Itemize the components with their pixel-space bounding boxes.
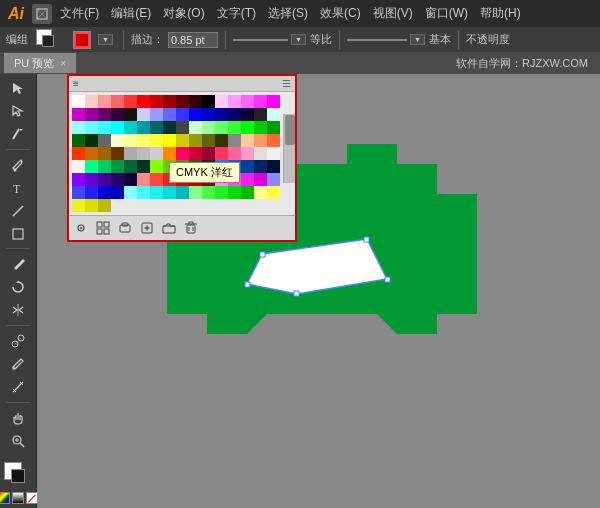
color-swatch[interactable] [98, 199, 111, 212]
color-swatch[interactable] [176, 147, 189, 160]
color-swatch[interactable] [72, 199, 85, 212]
color-swatch[interactable] [254, 108, 267, 121]
color-swatch[interactable] [137, 134, 150, 147]
color-swatch[interactable] [176, 108, 189, 121]
color-swatch[interactable] [228, 134, 241, 147]
color-swatch[interactable] [85, 121, 98, 134]
handle-4[interactable] [294, 291, 299, 296]
color-grid[interactable] [69, 92, 295, 215]
shape-tool[interactable] [7, 224, 29, 244]
type-tool[interactable]: T [7, 178, 29, 198]
color-swatch[interactable] [137, 173, 150, 186]
color-swatch[interactable] [228, 95, 241, 108]
swatch-settings-icon[interactable] [72, 219, 90, 237]
color-swatch[interactable] [85, 186, 98, 199]
rotate-tool[interactable] [7, 277, 29, 297]
color-swatch[interactable] [254, 95, 267, 108]
color-swatch[interactable] [111, 147, 124, 160]
color-swatch[interactable] [85, 134, 98, 147]
color-swatch[interactable] [72, 95, 85, 108]
color-swatch[interactable] [124, 134, 137, 147]
color-swatch[interactable] [176, 134, 189, 147]
color-indicator[interactable] [74, 32, 90, 48]
menu-bar-items[interactable]: 文件(F) 编辑(E) 对象(O) 文字(T) 选择(S) 效果(C) 视图(V… [60, 5, 521, 22]
color-swatch[interactable] [98, 108, 111, 121]
color-swatch[interactable] [241, 108, 254, 121]
color-swatch[interactable] [215, 134, 228, 147]
color-swatch[interactable] [241, 160, 254, 173]
menu-file[interactable]: 文件(F) [60, 5, 99, 22]
color-swatch[interactable] [111, 186, 124, 199]
zoom-tool[interactable] [7, 431, 29, 451]
color-mode-icon[interactable] [0, 492, 10, 504]
color-swatch[interactable] [215, 95, 228, 108]
color-swatch[interactable] [189, 95, 202, 108]
color-swatch[interactable] [98, 173, 111, 186]
color-swatch[interactable] [189, 108, 202, 121]
color-swatch[interactable] [254, 121, 267, 134]
color-swatch[interactable] [85, 199, 98, 212]
menu-window[interactable]: 窗口(W) [425, 5, 468, 22]
color-swatch[interactable] [215, 186, 228, 199]
color-swatch[interactable] [72, 121, 85, 134]
color-swatch[interactable] [137, 121, 150, 134]
stroke-color-box[interactable] [11, 469, 25, 483]
color-swatch[interactable] [85, 95, 98, 108]
color-swatch[interactable] [163, 121, 176, 134]
color-swatch[interactable] [189, 134, 202, 147]
handle-5[interactable] [245, 282, 250, 287]
color-swatch[interactable] [254, 186, 267, 199]
color-swatch[interactable] [267, 173, 280, 186]
color-swatch[interactable] [241, 95, 254, 108]
color-swatch[interactable] [124, 173, 137, 186]
color-swatch[interactable] [241, 147, 254, 160]
gradient-icon[interactable] [12, 492, 24, 504]
color-swatch[interactable] [137, 160, 150, 173]
blend-tool[interactable] [7, 331, 29, 351]
color-swatch[interactable] [98, 160, 111, 173]
color-swatch[interactable] [267, 121, 280, 134]
color-swatch[interactable] [98, 186, 111, 199]
color-swatch[interactable] [202, 121, 215, 134]
hand-tool[interactable] [7, 408, 29, 428]
stroke-dropdown[interactable] [291, 34, 306, 45]
color-swatch[interactable] [202, 95, 215, 108]
color-swatch[interactable] [137, 108, 150, 121]
color-swatch[interactable] [150, 121, 163, 134]
color-swatch[interactable] [85, 160, 98, 173]
color-swatch[interactable] [254, 134, 267, 147]
color-swatch[interactable] [98, 121, 111, 134]
color-swatch[interactable] [254, 160, 267, 173]
color-swatch[interactable] [267, 147, 280, 160]
color-swatch[interactable] [189, 147, 202, 160]
pen-tool[interactable] [7, 155, 29, 175]
color-swatch[interactable] [124, 108, 137, 121]
color-swatch[interactable] [124, 160, 137, 173]
basic-dropdown[interactable] [410, 34, 425, 45]
color-swatch[interactable] [215, 121, 228, 134]
color-swatch[interactable] [202, 186, 215, 199]
color-swatch[interactable] [85, 108, 98, 121]
magic-wand-tool[interactable] [7, 124, 29, 144]
handle-1[interactable] [260, 252, 265, 257]
color-swatch[interactable] [72, 108, 85, 121]
color-swatch[interactable] [150, 95, 163, 108]
measure-tool[interactable] [7, 377, 29, 397]
swatch-folder-icon[interactable] [160, 219, 178, 237]
handle-2[interactable] [364, 237, 369, 242]
color-swatch[interactable] [72, 173, 85, 186]
color-swatch[interactable] [228, 186, 241, 199]
color-swatch[interactable] [85, 173, 98, 186]
color-swatch[interactable] [267, 95, 280, 108]
color-swatch[interactable] [150, 108, 163, 121]
stroke-value-input[interactable] [168, 32, 218, 48]
color-swatch[interactable] [111, 173, 124, 186]
color-swatch[interactable] [176, 121, 189, 134]
color-swatch[interactable] [228, 121, 241, 134]
color-swatch[interactable] [202, 108, 215, 121]
color-swatch[interactable] [163, 108, 176, 121]
menu-select[interactable]: 选择(S) [268, 5, 308, 22]
swatch-view-icon[interactable] [94, 219, 112, 237]
color-swatch[interactable] [228, 147, 241, 160]
color-swatch[interactable] [228, 108, 241, 121]
